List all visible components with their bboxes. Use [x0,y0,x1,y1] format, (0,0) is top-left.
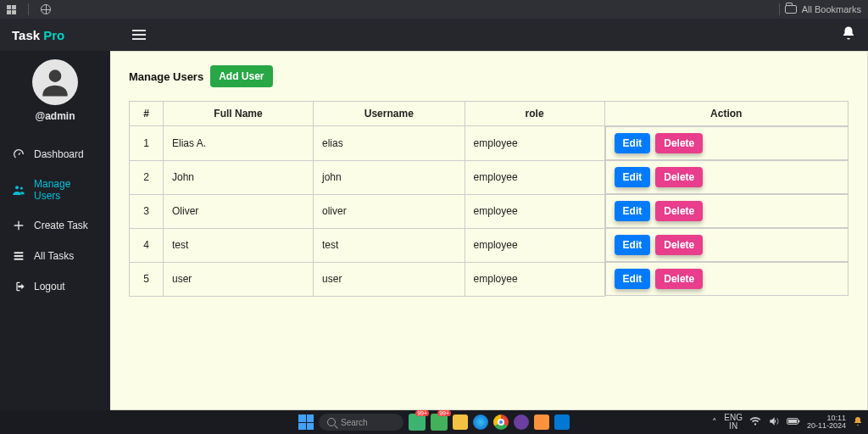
sidebar-item-label: All Tasks [34,250,74,262]
taskbar-app-1[interactable]: 99+ [409,414,426,431]
language-indicator[interactable]: ENG IN [724,414,743,431]
cell-fullname: Oliver [164,194,314,228]
svg-point-2 [20,186,23,189]
sidebar-item-manage-users[interactable]: Manage Users [0,170,110,210]
taskbar-explorer-icon[interactable] [453,415,468,430]
taskbar-chrome-icon[interactable] [493,415,509,430]
cell-fullname: Elias A. [164,126,314,161]
svg-rect-5 [788,420,797,423]
cell-index: 1 [130,126,164,161]
windows-taskbar: Search 99+ 99+ ˄ ENG IN 10:11 20- [0,410,868,434]
delete-button[interactable]: Delete [655,133,703,153]
folder-icon [785,5,797,14]
cell-actions: EditDelete [605,262,849,296]
sidebar-item-all-tasks[interactable]: All Tasks [0,241,110,271]
all-bookmarks-label: All Bookmarks [802,4,861,14]
sidebar-username: @admin [35,110,75,122]
sidebar-item-label: Logout [34,281,65,292]
cell-actions: EditDelete [605,194,849,228]
table-header-row: # Full Name Username role Action [130,102,849,126]
battery-icon[interactable] [787,416,800,428]
cell-role: employee [465,228,604,262]
taskbar-vscode-icon[interactable] [554,415,570,430]
svg-rect-4 [798,420,799,423]
edit-button[interactable]: Edit [615,201,651,221]
sidebar-item-create-task[interactable]: Create Task [0,210,110,241]
users-icon [12,183,25,197]
browser-bookmarks-bar: All Bookmarks [0,0,868,19]
edit-button[interactable]: Edit [615,133,651,153]
cell-role: employee [465,160,604,194]
svg-point-1 [15,186,19,189]
delete-button[interactable]: Delete [655,235,703,255]
delete-button[interactable]: Delete [655,167,703,187]
brand: Task Pro [12,28,64,42]
wifi-icon[interactable] [749,415,761,429]
col-index: # [130,102,164,126]
page-title: Manage Users [129,70,203,83]
notification-center-icon[interactable] [853,416,863,428]
cell-actions: EditDelete [605,228,849,262]
edit-button[interactable]: Edit [615,167,651,187]
main-content: Manage Users Add User # Full Name Userna… [110,51,868,410]
cell-role: employee [465,126,604,161]
badge: 99+ [415,410,429,416]
sound-icon[interactable] [768,415,780,429]
delete-button[interactable]: Delete [655,201,703,221]
add-user-button[interactable]: Add User [210,65,272,87]
start-icon[interactable] [298,415,314,430]
table-row: 5useruseremployeeEditDelete [130,262,849,296]
avatar-block: @admin [32,59,78,122]
taskbar-search-placeholder: Search [341,418,368,427]
cell-username: oliver [314,194,465,228]
search-icon [327,418,336,426]
table-row: 4testtestemployeeEditDelete [130,228,849,262]
cell-fullname: user [164,262,314,296]
edit-button[interactable]: Edit [615,269,651,289]
cell-username: elias [314,126,465,161]
menu-toggle-icon[interactable] [132,30,146,40]
cell-actions: EditDelete [605,160,849,194]
table-row: 2JohnjohnemployeeEditDelete [130,160,849,194]
cell-index: 3 [130,194,164,228]
gauge-icon [12,147,25,161]
cell-role: employee [465,194,604,228]
cell-username: user [314,262,465,296]
cell-role: employee [465,262,604,296]
tray-chevron-icon[interactable]: ˄ [712,417,717,428]
sidebar-item-label: Create Task [34,220,88,231]
delete-button[interactable]: Delete [655,269,703,289]
list-icon [12,249,25,263]
sidebar-nav: Dashboard Manage Users Create Task All T… [0,139,110,302]
cell-actions: EditDelete [605,126,849,160]
col-fullname: Full Name [164,102,314,126]
taskbar-xampp-icon[interactable] [534,415,549,430]
taskbar-edge-icon[interactable] [473,415,488,430]
taskbar-app-2[interactable]: 99+ [431,414,448,431]
table-row: 3OliveroliveremployeeEditDelete [130,194,849,228]
taskbar-app-3[interactable] [514,415,529,430]
taskbar-search[interactable]: Search [319,414,403,431]
cell-index: 5 [130,262,164,296]
brand-task: Task [12,28,43,42]
sidebar-item-logout[interactable]: Logout [0,271,110,302]
sidebar: @admin Dashboard Manage Users Create Tas… [0,51,110,410]
notifications-icon[interactable] [841,25,856,44]
app-header: Task Pro [0,19,868,51]
edit-button[interactable]: Edit [615,235,651,255]
sidebar-item-label: Dashboard [34,148,84,160]
apps-icon[interactable] [7,5,16,14]
badge: 99+ [437,410,451,416]
cell-fullname: test [164,228,314,262]
avatar[interactable] [32,59,78,105]
clock[interactable]: 10:11 20-11-2024 [807,415,846,431]
svg-point-0 [49,70,62,82]
table-row: 1Elias A.eliasemployeeEditDelete [130,126,849,161]
all-bookmarks-link[interactable]: All Bookmarks [785,4,861,14]
globe-icon[interactable] [41,4,51,14]
cell-fullname: John [164,160,314,194]
cell-index: 4 [130,228,164,262]
sidebar-item-dashboard[interactable]: Dashboard [0,139,110,170]
cell-index: 2 [130,160,164,194]
plus-icon [12,219,25,232]
